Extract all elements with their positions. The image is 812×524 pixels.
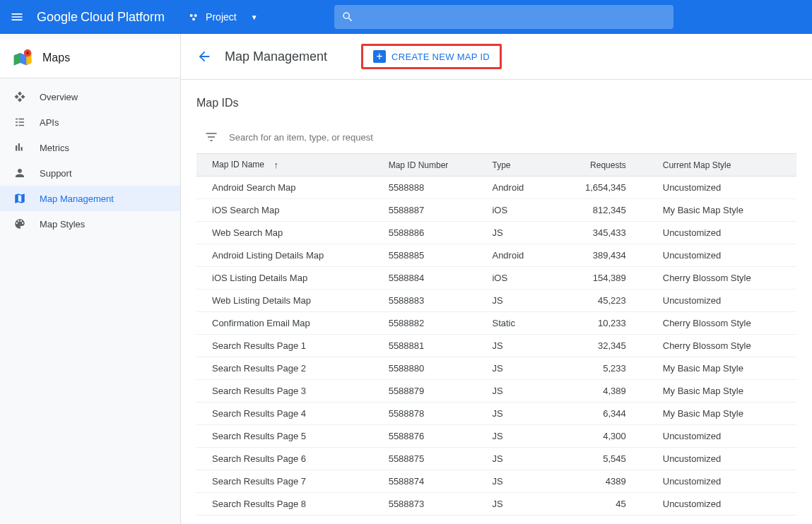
sidebar-item-label: Map Management [40,193,114,204]
map-icon [13,191,27,206]
chevron-down-icon: ▼ [251,13,258,21]
table-row[interactable]: Web Search Map5588886JS345,433Uncustomiz… [196,222,796,244]
cell-number: 5588882 [380,312,484,335]
sidebar-item-map-styles[interactable]: Map Styles [0,211,180,237]
sidebar-item-support[interactable]: Support [0,160,180,186]
page-title: Map Management [225,49,327,64]
cell-style: Cherry Blossom Style [654,267,796,290]
cell-requests: 345,433 [549,222,654,244]
sidebar-item-metrics[interactable]: Metrics [0,135,180,160]
cell-name: Search Results Page 1 [196,335,380,357]
search-icon [341,11,354,23]
create-button-highlight: + CREATE NEW MAP ID [361,44,502,69]
brand-logo: Google Cloud Platform [37,10,165,25]
cell-style: My Basic Map Style [654,403,796,425]
main-content: Map Management + CREATE NEW MAP ID Map I… [181,34,812,524]
table-row[interactable]: Search Results Page 45588878JS6,344My Ba… [196,403,796,425]
col-header-type[interactable]: Type [483,154,549,177]
cell-requests: 4,300 [549,425,654,448]
cell-type: JS [483,290,549,312]
table-row[interactable]: Web Listing Details Map5588883JS45,223Un… [196,290,796,312]
sidebar-item-apis[interactable]: APIs [0,109,180,135]
sidebar-item-label: Overview [40,92,78,102]
cell-style: Uncustomized [654,222,796,244]
filter-input[interactable] [229,132,789,143]
table-row[interactable]: Confirmation Email Map5588882Static10,23… [196,312,796,335]
cell-requests: 4389 [549,470,654,493]
table-row[interactable]: Search Results Page 35588879JS4,389My Ba… [196,380,796,403]
cell-name: Search Results Page 2 [196,357,380,380]
cell-name: Search Results Page 5 [196,425,380,448]
bars-icon [13,141,27,155]
cell-name: Search Results Page 7 [196,470,380,493]
project-label: Project [206,11,237,23]
cell-requests: 45,223 [549,290,654,312]
cell-requests: 154,389 [549,267,654,290]
sort-ascending-icon: ↑ [273,160,278,170]
brand-rest: Cloud Platform [81,10,165,25]
svg-point-2 [192,18,195,20]
table-row[interactable]: Search Results Page 25588880JS5,233My Ba… [196,357,796,380]
person-icon [13,166,27,180]
cell-requests: 5,233 [549,357,654,380]
cell-requests: 32,345 [549,335,654,357]
sidebar-item-map-management[interactable]: Map Management [0,186,180,211]
col-header-style[interactable]: Current Map Style [654,154,796,177]
cell-number: 5588888 [380,177,484,199]
plus-icon: + [373,50,386,63]
table-row[interactable]: Android Search Map5588888Android1,654,34… [196,177,796,199]
sidebar-item-label: APIs [40,117,59,128]
maps-product-icon [13,48,33,68]
cell-type: Static [483,312,549,335]
cell-name: Search Results Page 6 [196,448,380,470]
table-row[interactable]: Android Listing Details Map5588885Androi… [196,244,796,267]
palette-icon [13,217,27,231]
cell-name: Search Results Page 4 [196,403,380,425]
col-header-name[interactable]: Map ID Name ↑ [196,154,380,177]
svg-point-7 [26,52,29,54]
search-bar[interactable] [334,5,673,29]
cell-style: Uncustomized [654,177,796,199]
cell-type: JS [483,222,549,244]
cell-type: JS [483,357,549,380]
cell-number: 5588886 [380,222,484,244]
cell-type: Android [483,177,549,199]
cell-type: iOS [483,199,549,222]
map-ids-table: Map ID Name ↑ Map ID Number Type Request… [196,154,796,516]
cell-number: 5588880 [380,357,484,380]
table-row[interactable]: Search Results Page 65588875JS5,545Uncus… [196,448,796,470]
col-header-requests[interactable]: Requests [549,154,654,177]
sidebar-item-overview[interactable]: Overview [0,84,180,109]
table-row[interactable]: iOS Search Map5588887iOS812,345My Basic … [196,199,796,222]
cell-number: 5588881 [380,335,484,357]
table-row[interactable]: Search Results Page 15588881JS32,345Cher… [196,335,796,357]
page-header: Map Management + CREATE NEW MAP ID [181,34,812,80]
cell-style: Uncustomized [654,470,796,493]
cell-type: JS [483,335,549,357]
filter-bar [196,124,796,154]
cell-requests: 812,345 [549,199,654,222]
back-arrow-icon[interactable] [196,49,212,64]
cell-requests: 6,344 [549,403,654,425]
cell-requests: 45 [549,493,654,516]
table-row[interactable]: Search Results Page 85588873JS45Uncustom… [196,493,796,516]
create-new-map-id-button[interactable]: + CREATE NEW MAP ID [373,50,490,63]
cell-name: Web Listing Details Map [196,290,380,312]
table-row[interactable]: Search Results Page 75588874JS4389Uncust… [196,470,796,493]
hamburger-menu-icon[interactable] [8,8,25,25]
table-row[interactable]: Search Results Page 55588876JS4,300Uncus… [196,425,796,448]
pagination: Rows per page: 15 ▼ 1–15 of 24 [196,516,796,524]
cell-requests: 10,233 [549,312,654,335]
col-header-number[interactable]: Map ID Number [380,154,484,177]
cell-name: Web Search Map [196,222,380,244]
cell-number: 5588873 [380,493,484,516]
project-selector[interactable]: Project ▼ [182,6,263,28]
filter-icon[interactable] [204,129,219,145]
cell-name: Confirmation Email Map [196,312,380,335]
cell-type: iOS [483,267,549,290]
svg-marker-4 [14,53,20,66]
sidebar-nav: OverviewAPIsMetricsSupportMap Management… [0,78,180,237]
sidebar-title: Maps [42,52,70,64]
cell-style: Uncustomized [654,448,796,470]
table-row[interactable]: iOS Listing Details Map5588884iOS154,389… [196,267,796,290]
